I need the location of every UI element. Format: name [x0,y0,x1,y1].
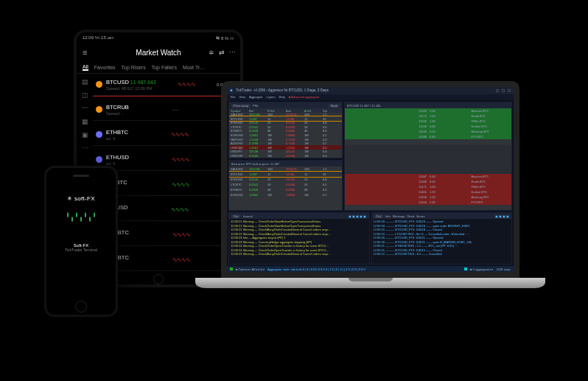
symbol-name: BTCRUB [106,104,129,111]
grid-row[interactable]: BTCUSD1148712115361249 [229,172,342,177]
sidebar-list-icon[interactable]: ▤ [82,78,88,85]
menu-view[interactable]: View [239,95,245,99]
tab-pnl[interactable]: PNL [253,104,259,108]
log-right-tab-out[interactable]: Out [374,214,383,218]
grid-row[interactable]: USDCHF0.91601M0.91631M0.3 [229,154,342,158]
depth-row[interactable]: 115751.50Huobi BTC [345,113,511,119]
sidebar-briefcase-icon[interactable]: ▣ [82,131,88,139]
log-right-body[interactable]: 12:09:18 ——— BTCUSD_FTX: 0.0023 —— Opene… [372,219,512,264]
grid-row[interactable]: ETHUSD378.2020379.05200.8 [229,177,342,182]
depth-row[interactable]: 114651.20Kraken BTC [345,189,511,195]
grid-row[interactable]: EURUSD1.08321M1.08341M0.2 [229,192,342,198]
tab-most-traded[interactable]: Most Tr… [183,65,205,70]
status-aggregators[interactable]: ■ 5 aggregators ▾ [470,268,493,271]
log-left-tab-journal[interactable]: Journal [242,214,252,218]
status-aggregator-state: Aggregator state: ads built 0 | 8 | 0 0 … [267,268,365,271]
tablet-title: Market Watch [136,49,181,57]
tab-top-risers[interactable]: Top Risers [122,65,146,70]
menu-icon[interactable]: ≡ [83,48,87,57]
depth-row[interactable]: 114581.50Bitstamp BTC [345,195,511,200]
depth-row[interactable]: 115360.30FTX BTC [345,134,511,139]
price-grid-header: Price setup PNL Book [229,102,342,108]
laptop-screen: ◆ TickTrader - id 1596 - Aggressor fot B… [221,81,519,278]
log-right-tab-deals[interactable]: Deals [407,214,414,218]
symbol-sub: Spread: - [106,111,129,116]
tab-favorites[interactable]: Favorites [94,65,116,70]
menu-aggregate[interactable]: Aggregate [249,95,262,99]
log-left-header: Out Journal ▣ ▣ ▣ ▣ ▣ [229,213,369,219]
grid-row[interactable]: XAUUSD1922.081001923.251001.1 [229,167,342,172]
quote-grid-lower[interactable]: XAUUSD1922.081001923.251001.1BTCUSD11487… [229,167,342,210]
coin-icon [96,106,102,113]
log-toolbar-icons[interactable]: ▣ ▣ ▣ ▣ ▣ [349,214,366,218]
maximize-button[interactable] [502,89,505,92]
depth-row[interactable]: 115601.00OKEx BTC [345,119,511,124]
symbol-name: ETHBTC [106,129,128,136]
laptop-notch [349,278,393,282]
lower-price-panel: Best price: BTC built-in price: 11 487 X… [228,160,343,211]
statusbar-battery: ⇆ 8 % ▭ [216,35,234,41]
tab-book[interactable]: Book [329,104,340,108]
tablet-statusbar: 12:09 Чт 15 окт. ⇆ 8 % ▭ [77,32,240,43]
sidebar-more-icon[interactable]: ⋯ [82,144,88,152]
log-toolbar-icons-right[interactable]: ▣ ▣ ▣ ▣ [495,214,509,218]
phone-candlestick-icon: ╹╻╹╻╹╻╹ [66,213,97,221]
order-book-bids[interactable]: 114870.40Binance BTC114800.60Huobi BTC11… [345,174,511,210]
minimize-button[interactable] [496,89,499,92]
symbol-name: ETHUSD [106,154,129,161]
depth-row[interactable]: 114721.00OKEx BTC [345,184,511,189]
window-title: TickTrader - id 1596 - Aggressor fot BTC… [236,88,493,92]
grid-row[interactable]: LTCBTC0.0045500.0046500.0 [229,182,342,187]
close-button[interactable] [508,89,511,92]
order-book-header: BTCUSD 11 487 / 11 536 [345,102,511,108]
menu-layers[interactable]: Layers [267,95,276,99]
tab-top-fallers[interactable]: Top Fallers [152,65,177,70]
log-left-tab-out[interactable]: Out [231,214,240,218]
coin-icon [96,81,102,88]
depth-row[interactable]: 114870.40Binance BTC [345,174,511,179]
log-right-tab-info[interactable]: Info [385,214,391,218]
statusbar-time: 12:09 Чт 15 окт. [83,35,114,40]
symbol-sub: Spread: 48.617 12:09 PM [106,86,156,91]
phone-logo: ✳ soft-FX [67,195,95,202]
log-right-tab-warnings[interactable]: Warnings [393,214,405,218]
menu-advanced-aggregator[interactable]: ■ Advanced aggregator [289,95,320,99]
menu-file[interactable]: File [231,95,235,99]
tablet-home-button[interactable] [153,274,164,284]
status-optimizer[interactable]: ■ Optimizer All [och] ▾ [236,268,265,271]
log-left-body[interactable]: 12:09:21 Warning — CheckOrderStateBefore… [229,219,369,264]
symbol-price: 11 487.642 [130,80,156,85]
tab-price-setup[interactable]: Price setup [231,104,251,108]
sidebar-chart-icon[interactable]: 〰 [82,105,88,112]
phone-screen: ✳ soft-FX ╹╻╹╻╹╻╹ Soft-FX TickTrader Ter… [49,184,113,295]
quote-grid[interactable]: SymbolBidB.VolAskA.VolSprXAUUSD1922.0810… [229,108,342,158]
grid-row[interactable]: ETHBTC0.0328300.0330300.0 [229,187,342,192]
laptop-base [195,278,545,288]
depth-row[interactable]: 115400.50Bitstamp BTC [345,129,511,134]
log-panel-right: Out Info Warnings Deals Errors ▣ ▣ ▣ ▣ 1… [371,212,513,265]
order-book-asks[interactable]: 115902.00Binance BTC115751.50Huobi BTC11… [345,108,511,144]
depth-row[interactable]: 115902.00Binance BTC [345,108,511,113]
price-grid-panel: Price setup PNL Book SymbolBidB.VolAskA.… [228,102,343,158]
phone-home-button[interactable] [75,301,87,312]
tab-all[interactable]: All [83,64,88,71]
status-indicator-cyan [464,268,467,270]
symbol-sub: ed. 5 [106,161,129,166]
tablet-tabs: All Favorites Top Risers Top Fallers Mos… [77,62,240,74]
sort-icon[interactable]: ⇄ [219,49,225,56]
menu-help[interactable]: Help [279,95,285,99]
sidebar-calendar-icon[interactable]: ▦ [82,118,88,125]
depth-row[interactable]: 115480.80Kraken BTC [345,124,511,129]
more-icon[interactable]: ⋯ [229,49,236,56]
log-panel-left: Out Journal ▣ ▣ ▣ ▣ ▣ 12:09:21 Warning —… [228,212,370,265]
log-right-header: Out Info Warnings Deals Errors ▣ ▣ ▣ ▣ [372,213,512,219]
app-icon: ◆ [230,88,233,92]
settings-sliders-icon[interactable]: ≑ [209,49,214,56]
depth-row[interactable]: 114502.00FTX BTC [345,200,511,205]
log-right-tab-errors[interactable]: Errors [417,214,425,218]
sidebar-grid-icon[interactable]: ◫ [82,91,88,99]
phone-speaker [73,175,89,177]
depth-row[interactable]: 114800.60Huobi BTC [345,179,511,184]
coin-icon [96,156,102,163]
log-line: 12:09:22 ——— BTCUSD OKX - 0.5 —— Cancell… [374,252,511,256]
